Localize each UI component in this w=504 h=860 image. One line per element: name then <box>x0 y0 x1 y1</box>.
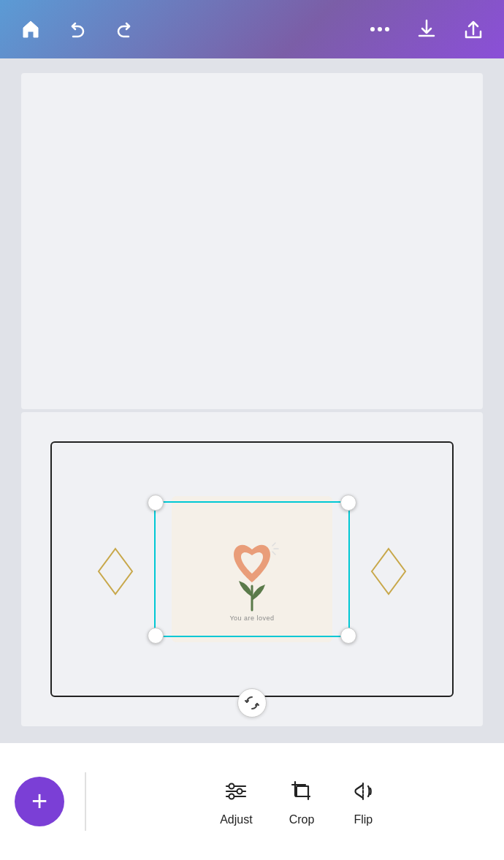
header <box>0 0 504 58</box>
header-left-controls <box>18 16 137 42</box>
svg-point-12 <box>229 794 234 799</box>
rotate-handle[interactable] <box>237 688 267 718</box>
svg-point-10 <box>229 784 234 789</box>
adjust-label: Adjust <box>220 813 252 826</box>
toolbar-divider <box>85 772 86 831</box>
redo-button[interactable] <box>111 16 137 42</box>
add-button[interactable]: + <box>15 777 64 826</box>
adjust-tool[interactable]: Adjust <box>220 777 252 826</box>
crop-handle-bottom-left[interactable] <box>148 628 164 644</box>
bottom-toolbar: + Adjust <box>0 743 504 860</box>
add-icon: + <box>31 787 47 815</box>
svg-point-1 <box>378 27 382 31</box>
canvas-area: You are loved <box>0 58 504 802</box>
svg-rect-13 <box>297 786 308 796</box>
crop-selection-box[interactable] <box>154 501 350 637</box>
home-button[interactable] <box>18 16 44 42</box>
adjust-icon <box>224 777 248 806</box>
flip-icon <box>351 777 375 806</box>
toolbar-tools: Adjust Crop <box>107 777 490 826</box>
flip-label: Flip <box>354 813 373 826</box>
crop-label: Crop <box>289 813 315 826</box>
download-button[interactable] <box>413 16 440 42</box>
crop-tool[interactable]: Crop <box>289 777 315 826</box>
flip-tool[interactable]: Flip <box>351 777 375 826</box>
crop-icon <box>289 777 314 806</box>
more-options-button[interactable] <box>367 16 393 42</box>
crop-handle-top-left[interactable] <box>148 495 164 511</box>
svg-point-2 <box>385 27 389 31</box>
crop-handle-bottom-right[interactable] <box>340 628 356 644</box>
share-button[interactable] <box>460 16 486 42</box>
page-top <box>21 73 483 409</box>
svg-point-0 <box>370 27 375 31</box>
card-design: You are loved <box>50 441 454 697</box>
page-bottom: You are loved <box>21 412 483 726</box>
header-right-controls <box>367 16 486 42</box>
diamond-left-decoration <box>96 546 135 593</box>
svg-point-11 <box>237 789 243 794</box>
undo-button[interactable] <box>64 16 91 42</box>
crop-handle-top-right[interactable] <box>340 495 356 511</box>
diamond-right-decoration <box>369 546 408 593</box>
